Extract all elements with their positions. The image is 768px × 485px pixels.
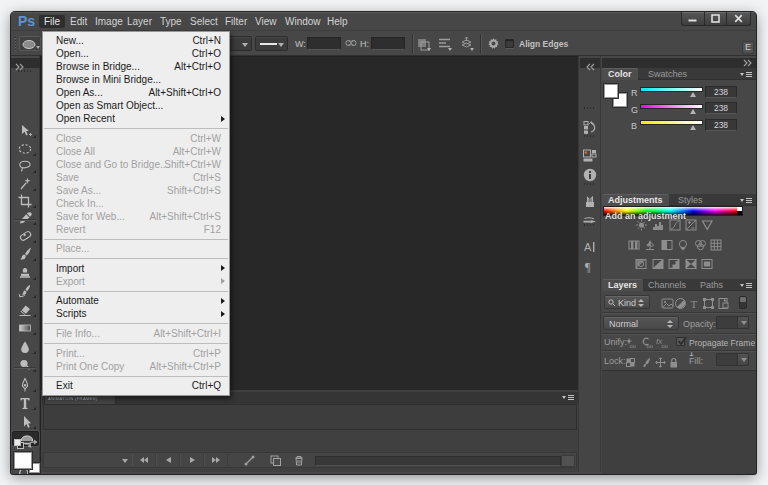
path-alignment-button[interactable] — [438, 37, 451, 55]
tween-button[interactable] — [240, 454, 258, 466]
stroke-width-dropdown[interactable] — [227, 36, 252, 51]
file-menu-item-open-as-smart-object[interactable]: Open as Smart Object... — [43, 99, 229, 112]
dock-icon-history-panel[interactable] — [582, 119, 598, 135]
tab-swatches[interactable]: Swatches — [642, 68, 693, 80]
healing-brush-tool[interactable] — [11, 228, 40, 244]
delete-frame-button[interactable] — [290, 454, 308, 466]
adjustment-icon-curves[interactable] — [669, 217, 682, 229]
path-selection-tool[interactable] — [11, 414, 40, 430]
close-button[interactable] — [727, 12, 750, 25]
adjustment-icon-levels[interactable] — [652, 217, 665, 229]
adjustment-icon-threshold[interactable] — [668, 256, 681, 268]
file-menu-item-print[interactable]: Print...Ctrl+P — [43, 347, 229, 360]
fill-combo[interactable] — [716, 353, 749, 366]
timeline-panel-menu-icon[interactable] — [562, 394, 574, 401]
channel-R-value[interactable]: 238 — [705, 86, 737, 98]
path-arrangement-button[interactable] — [459, 36, 474, 55]
play-button[interactable] — [180, 454, 204, 466]
timeline-scrollbar-track[interactable] — [315, 456, 561, 466]
minimize-button[interactable] — [682, 12, 705, 25]
height-input[interactable] — [371, 37, 405, 50]
menubar-item-image[interactable]: Image — [95, 15, 123, 28]
dock-collapse-strip[interactable] — [580, 58, 601, 68]
options-bar-grip[interactable] — [14, 36, 18, 51]
menubar-item-file[interactable]: File — [39, 15, 65, 28]
adjustment-icon-hue-saturation[interactable] — [628, 237, 641, 249]
loop-options-dropdown[interactable] — [62, 454, 132, 466]
menubar-item-filter[interactable]: Filter — [225, 15, 247, 28]
dock-icon-tool-presets-panel[interactable] — [582, 194, 598, 210]
layer-filter-toggle[interactable] — [739, 296, 747, 309]
path-operations-button[interactable] — [417, 37, 430, 55]
layers-list[interactable] — [602, 370, 756, 474]
maximize-button[interactable] — [705, 12, 728, 25]
dock-icon-layer-comps-panel[interactable] — [582, 147, 598, 163]
adjustment-icon-color-lookup[interactable] — [710, 237, 723, 249]
swap-colors-icon[interactable] — [27, 439, 38, 449]
channel-B-value[interactable]: 238 — [705, 119, 737, 131]
menubar-item-view[interactable]: View — [255, 15, 277, 28]
foreground-color-well[interactable] — [604, 84, 618, 98]
stroke-style-dropdown[interactable] — [255, 36, 288, 51]
tab-color[interactable]: Color — [602, 68, 638, 80]
file-menu-item-close-all[interactable]: Close AllAlt+Ctrl+W — [43, 145, 229, 158]
menubar-item-type[interactable]: Type — [160, 15, 182, 28]
adjustment-icon-exposure[interactable] — [685, 217, 698, 229]
clone-stamp-tool[interactable] — [11, 265, 40, 281]
file-menu-item-automate[interactable]: Automate — [43, 294, 229, 307]
file-menu-item-new[interactable]: New...Ctrl+N — [43, 34, 229, 47]
dock-icon-brush-panel[interactable] — [582, 212, 598, 228]
file-menu-item-save-as[interactable]: Save As...Shift+Ctrl+S — [43, 184, 229, 197]
next-frame-button[interactable] — [204, 454, 228, 466]
file-menu-item-export[interactable]: Export — [43, 275, 229, 288]
gradient-tool[interactable] — [11, 320, 40, 336]
pen-tool[interactable] — [11, 377, 40, 393]
adjustment-icon-brightness-contrast[interactable] — [635, 217, 648, 229]
opacity-combo[interactable] — [716, 316, 749, 329]
adjustment-icon-channel-mixer[interactable] — [694, 237, 707, 249]
tab-adjustments[interactable]: Adjustments — [602, 194, 669, 206]
channel-G-slider-thumb[interactable] — [690, 109, 696, 114]
timeline-resize-grip[interactable] — [561, 455, 575, 467]
file-menu-item-print-one-copy[interactable]: Print One CopyAlt+Shift+Ctrl+P — [43, 360, 229, 373]
move-tool[interactable] — [11, 123, 40, 139]
file-menu-item-close-and-go-to-bridge[interactable]: Close and Go to Bridge...Shift+Ctrl+W — [43, 158, 229, 171]
file-menu-item-import[interactable]: Import — [43, 262, 229, 275]
default-colors-icon[interactable] — [14, 439, 25, 450]
adjustment-icon-vibrance[interactable] — [701, 217, 714, 229]
menubar-item-select[interactable]: Select — [190, 15, 218, 28]
type-tool[interactable] — [11, 395, 40, 411]
adjustment-icon-gradient-map[interactable] — [685, 256, 698, 268]
adjustment-icon-invert[interactable] — [635, 256, 648, 268]
gear-icon[interactable] — [487, 37, 500, 50]
eyedropper-tool[interactable] — [11, 210, 40, 226]
file-menu-item-browse-in-bridge[interactable]: Browse in Bridge...Alt+Ctrl+O — [43, 60, 229, 73]
adjustment-icon-photo-filter[interactable] — [677, 237, 690, 249]
tab-styles[interactable]: Styles — [672, 194, 709, 206]
file-menu-item-file-info[interactable]: File Info...Alt+Shift+Ctrl+I — [43, 327, 229, 340]
propagate-frame-checkbox[interactable] — [676, 337, 685, 346]
channel-B-slider-thumb[interactable] — [690, 125, 696, 130]
workspace-button[interactable]: E — [742, 41, 754, 54]
brush-tool[interactable] — [11, 246, 40, 262]
file-menu-item-exit[interactable]: ExitCtrl+Q — [43, 379, 229, 392]
duplicate-frame-button[interactable] — [266, 454, 284, 466]
adjustment-icon-color-balance[interactable] — [644, 237, 657, 249]
blend-mode-dropdown[interactable]: Normal — [603, 316, 679, 330]
toolbar-collapse-strip[interactable] — [11, 58, 40, 68]
file-menu-item-save[interactable]: SaveCtrl+S — [43, 171, 229, 184]
dock-icon-character-panel[interactable]: A — [582, 239, 598, 255]
blur-tool[interactable] — [11, 339, 40, 355]
file-menu-item-scripts[interactable]: Scripts — [43, 307, 229, 320]
foreground-color-swatch[interactable] — [14, 452, 32, 469]
menubar-item-window[interactable]: Window — [285, 15, 321, 28]
tool-preset-picker[interactable] — [19, 36, 41, 51]
tab-channels[interactable]: Channels — [642, 279, 692, 291]
dock-icon-info-panel[interactable] — [582, 167, 598, 183]
file-menu-item-open-as[interactable]: Open As...Alt+Shift+Ctrl+O — [43, 86, 229, 99]
timeline-content[interactable] — [43, 404, 577, 430]
color-panel-menu-icon[interactable] — [740, 71, 752, 78]
file-menu-item-browse-in-mini-bridge[interactable]: Browse in Mini Bridge... — [43, 73, 229, 86]
channel-R-slider-thumb[interactable] — [690, 92, 696, 97]
file-menu-item-open-recent[interactable]: Open Recent — [43, 112, 229, 125]
